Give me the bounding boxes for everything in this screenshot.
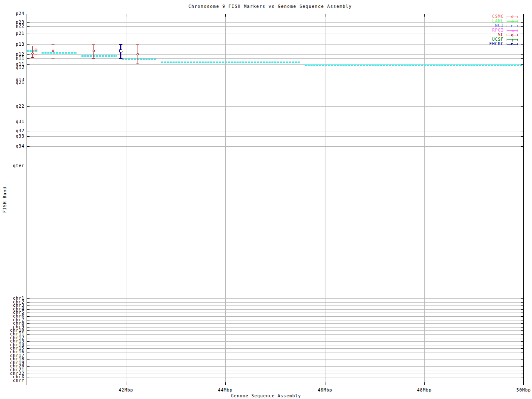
y-tick-mark-left	[27, 131, 30, 131]
y-tick-mark-right	[521, 14, 523, 14]
legend-rpci-x-icon	[511, 29, 515, 33]
y-tick-mark-left	[27, 345, 30, 345]
legend-sample-line-nci	[507, 26, 518, 26]
y-tick-mark-left	[27, 316, 30, 317]
y-tick-mark-left	[27, 122, 30, 122]
y-tick-label-q22: q22	[0, 104, 25, 108]
y-tick-label-p13: p13	[0, 42, 25, 47]
y-tick-mark-right	[521, 366, 523, 367]
y-tick-mark-left	[27, 330, 30, 331]
x-tick-mark-bottom	[126, 382, 126, 385]
y-tick-mark-left	[27, 309, 30, 310]
y-tick-mark-right	[521, 44, 523, 45]
legend-label-lanl: LANL	[474, 19, 504, 23]
y-tick-mark-right	[521, 136, 523, 137]
legend-sample-line-sc	[507, 35, 518, 35]
legend-sample-line-fhcrc	[507, 44, 518, 44]
y-tick-mark-right	[521, 131, 523, 131]
plot-border	[27, 14, 524, 385]
errorbar-fhcrc-6-square-icon	[119, 49, 122, 52]
x-tick-mark-top	[424, 14, 425, 17]
y-tick-mark-left	[27, 68, 30, 68]
y-tick-mark-left	[27, 320, 30, 320]
y-tick-mark-right	[521, 348, 523, 349]
y-tick-mark-right	[521, 313, 523, 313]
y-grid-line-chr9	[27, 327, 523, 328]
legend-sample-cap-left	[507, 39, 507, 41]
y-tick-mark-left	[27, 166, 30, 166]
y-tick-mark-left	[27, 146, 30, 147]
y-tick-mark-left	[27, 338, 30, 338]
y-tick-mark-right	[521, 377, 523, 377]
y-grid-line-chr20	[27, 366, 523, 367]
legend-sample-cap-left	[507, 34, 507, 36]
y-tick-mark-left	[27, 14, 30, 14]
errorbar-sc-1-cap-top	[31, 46, 34, 46]
errorbar-sc-3-cap-bottom	[52, 59, 54, 59]
y-grid-line-chr8	[27, 323, 523, 324]
y-tick-mark-left	[27, 327, 30, 328]
assembly-band-segment-6	[305, 64, 524, 66]
y-grid-line-q13	[27, 80, 523, 80]
errorbar-sc-7-cap-top	[136, 44, 139, 45]
y-grid-line-chrX	[27, 377, 523, 377]
y-tick-mark-right	[521, 309, 523, 310]
x-tick-mark-top	[524, 14, 524, 17]
y-tick-mark-right	[521, 146, 523, 147]
y-tick-mark-right	[521, 316, 523, 317]
y-tick-mark-right	[521, 54, 523, 55]
y-grid-line-chr3	[27, 305, 523, 306]
y-grid-line-chr18	[27, 359, 523, 360]
x-tick-label-44Mbp: 44Mbp	[218, 388, 232, 392]
y-tick-label-qter: qter	[0, 164, 25, 168]
y-tick-mark-left	[27, 83, 30, 83]
errorbar-fhcrc-6-cap-top	[119, 44, 122, 45]
y-tick-mark-right	[521, 381, 523, 381]
y-grid-line-chr4	[27, 309, 523, 310]
y-tick-mark-right	[521, 352, 523, 352]
y-tick-mark-right	[521, 298, 523, 299]
y-tick-label-p21: p21	[0, 32, 25, 36]
legend-label-ucsf: UCSF	[474, 37, 504, 42]
y-tick-label-p22: p22	[0, 24, 25, 28]
y-tick-mark-right	[521, 302, 523, 303]
y-tick-mark-left	[27, 323, 30, 324]
y-grid-line-chr10	[27, 330, 523, 331]
y-grid-line-chr11	[27, 334, 523, 335]
y-tick-mark-right	[521, 334, 523, 335]
y-tick-mark-right	[521, 166, 523, 166]
errorbar-sc-4-cap-top	[92, 44, 95, 45]
y-tick-mark-left	[27, 359, 30, 360]
plot-area: p24p23p22p21p13p12p11q11q12q13q21q22q31q…	[0, 0, 532, 399]
y-grid-line-p11	[27, 58, 523, 59]
y-tick-label-q32: q32	[0, 129, 25, 133]
y-grid-line-q31	[27, 122, 523, 122]
legend-label-sc: SC	[474, 33, 504, 37]
y-grid-line-chr14	[27, 345, 523, 345]
y-tick-mark-left	[27, 64, 30, 65]
y-grid-line-p13	[27, 44, 523, 45]
legend-sample-line-lanl	[507, 21, 518, 22]
y-tick-mark-left	[27, 352, 30, 352]
x-tick-mark-bottom	[225, 382, 226, 385]
x-grid-line-48Mbp	[424, 14, 425, 385]
y-tick-mark-left	[27, 305, 30, 306]
y-tick-mark-left	[27, 348, 30, 349]
y-tick-mark-left	[27, 381, 30, 381]
y-tick-mark-left	[27, 302, 30, 303]
legend-sample-cap-right	[517, 25, 518, 27]
y-tick-mark-left	[27, 356, 30, 356]
legend-sample-cap-left	[507, 43, 507, 45]
y-grid-line-q21	[27, 83, 523, 83]
errorbar-sc-7-cap-bottom	[136, 64, 139, 64]
errorbar-csmc-2-cap-bottom	[34, 54, 37, 55]
y-grid-line-chr17	[27, 356, 523, 356]
y-tick-label-q21: q21	[0, 81, 25, 85]
y-grid-line-p22	[27, 26, 523, 27]
legend-sample-cap-right	[517, 16, 518, 18]
y-grid-line-chrY	[27, 381, 523, 381]
y-tick-mark-left	[27, 341, 30, 342]
x-tick-label-50Mbp: 50Mbp	[516, 388, 531, 392]
x-tick-mark-top	[225, 14, 226, 17]
assembly-band-segment-5	[161, 62, 300, 63]
